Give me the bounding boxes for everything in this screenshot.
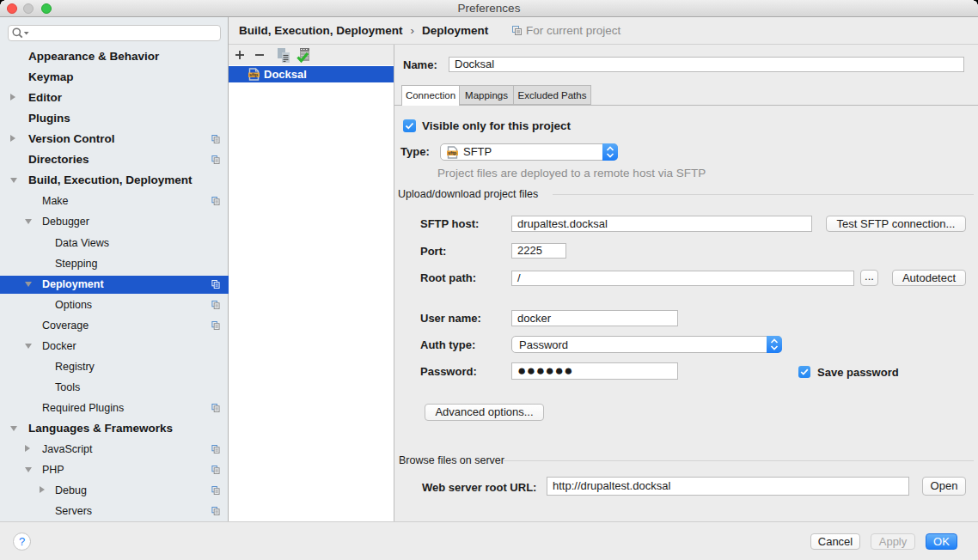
svg-text:sftp: sftp bbox=[249, 72, 259, 77]
svg-text:sftp: sftp bbox=[448, 150, 457, 155]
